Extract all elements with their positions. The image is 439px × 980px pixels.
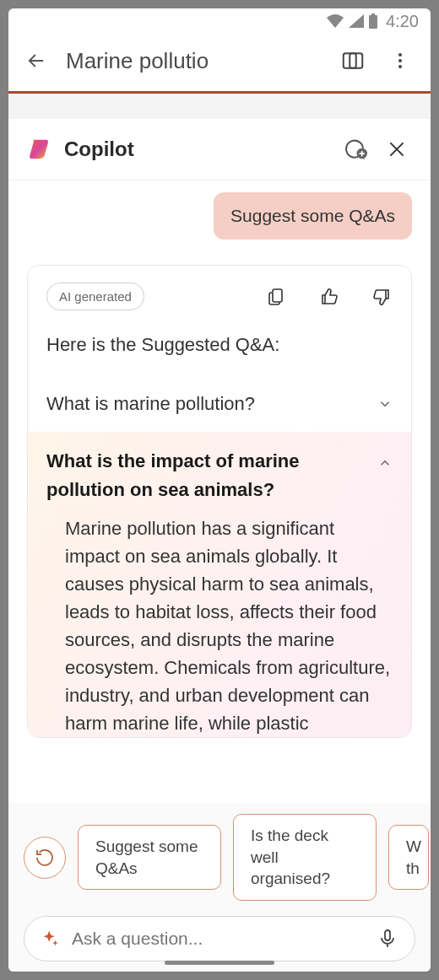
user-message: Suggest some Q&As [214, 192, 412, 240]
qa-intro-text: Here is the Suggested Q&A: [28, 331, 411, 386]
qa-answer-text: Marine pollution has a significant impac… [46, 504, 393, 737]
bottom-panel: Suggest some Q&As Is the deck well organ… [8, 803, 431, 972]
qa-expanded-header[interactable]: What is the impact of marine pollution o… [46, 447, 393, 504]
qa-question-text: What is marine pollution? [46, 393, 255, 415]
back-button[interactable] [24, 48, 49, 73]
response-card: AI generated Here is the Suggested Q&A: … [27, 265, 412, 738]
spacer-band [8, 94, 431, 119]
status-bar: 4:20 [8, 8, 431, 34]
chevron-down-icon [377, 396, 393, 412]
svg-rect-9 [385, 930, 390, 940]
suggestions-row: Suggest some Q&As Is the deck well organ… [24, 814, 431, 901]
new-chat-icon[interactable] [339, 134, 370, 164]
app-header: Marine pollutio [8, 34, 431, 91]
chat-area: Suggest some Q&As AI generated Here is t… [8, 180, 431, 803]
copilot-logo-icon [27, 137, 52, 162]
svg-rect-1 [371, 13, 375, 16]
thumbs-down-icon[interactable] [371, 286, 393, 308]
svg-point-6 [398, 65, 402, 68]
close-icon[interactable] [382, 134, 412, 164]
copilot-header: Copilot [8, 119, 431, 180]
sparkle-icon [41, 929, 60, 948]
refresh-button[interactable] [24, 837, 66, 879]
page-title: Marine pollutio [66, 48, 321, 74]
qa-question-text: What is the impact of marine pollution o… [46, 447, 377, 504]
svg-point-4 [398, 53, 402, 57]
chevron-up-icon [377, 455, 393, 471]
home-indicator[interactable] [165, 961, 274, 965]
input-row [24, 916, 415, 961]
copilot-title: Copilot [64, 137, 328, 161]
ask-input[interactable] [72, 929, 366, 949]
svg-point-5 [398, 59, 402, 62]
suggestion-chip[interactable]: W th [388, 825, 429, 890]
thumbs-up-icon[interactable] [318, 286, 340, 308]
copy-icon[interactable] [266, 286, 288, 308]
qa-item-collapsed[interactable]: What is marine pollution? [28, 386, 411, 432]
battery-icon [369, 13, 377, 29]
more-menu-icon[interactable] [385, 46, 415, 76]
svg-rect-0 [369, 15, 377, 29]
signal-icon [349, 14, 364, 28]
ai-generated-badge: AI generated [46, 283, 144, 310]
present-icon[interactable] [338, 46, 368, 76]
suggestion-chip[interactable]: Is the deck well organised? [233, 814, 377, 901]
status-time: 4:20 [386, 12, 419, 31]
qa-item-expanded: What is the impact of marine pollution o… [28, 432, 411, 737]
wifi-icon [327, 14, 344, 28]
microphone-icon[interactable] [377, 929, 398, 949]
svg-rect-8 [273, 289, 282, 302]
suggestion-chip[interactable]: Suggest some Q&As [78, 825, 221, 890]
